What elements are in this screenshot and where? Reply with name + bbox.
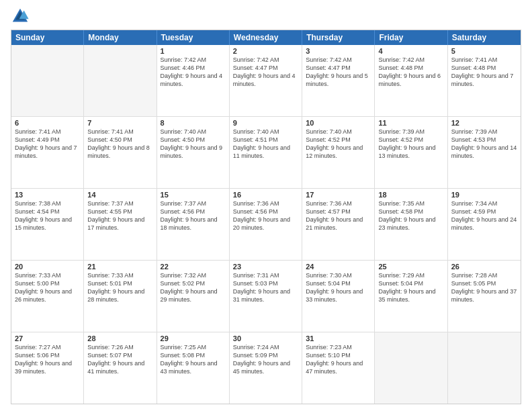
calendar-cell: 3Sunrise: 7:42 AM Sunset: 4:47 PM Daylig… [302,45,375,116]
cell-info: Sunrise: 7:38 AM Sunset: 4:54 PM Dayligh… [15,199,80,232]
calendar-cell: 22Sunrise: 7:32 AM Sunset: 5:02 PM Dayli… [157,261,230,332]
cell-info: Sunrise: 7:37 AM Sunset: 4:56 PM Dayligh… [161,199,226,232]
header [11,7,521,26]
weekday-header: Tuesday [157,30,230,45]
calendar-cell: 13Sunrise: 7:38 AM Sunset: 4:54 PM Dayli… [11,189,84,260]
calendar-row: 1Sunrise: 7:42 AM Sunset: 4:46 PM Daylig… [11,45,521,117]
calendar-row: 27Sunrise: 7:27 AM Sunset: 5:06 PM Dayli… [11,332,521,404]
cell-info: Sunrise: 7:32 AM Sunset: 5:02 PM Dayligh… [161,271,226,304]
calendar-cell: 2Sunrise: 7:42 AM Sunset: 4:47 PM Daylig… [230,45,302,116]
day-number: 3 [306,47,371,55]
calendar-cell: 5Sunrise: 7:41 AM Sunset: 4:48 PM Daylig… [448,45,521,116]
calendar-cell: 8Sunrise: 7:40 AM Sunset: 4:50 PM Daylig… [157,117,230,188]
day-number: 22 [161,263,226,271]
cell-info: Sunrise: 7:39 AM Sunset: 4:52 PM Dayligh… [378,128,443,161]
day-number: 24 [306,263,371,271]
calendar-cell: 12Sunrise: 7:39 AM Sunset: 4:53 PM Dayli… [448,117,521,188]
cell-info: Sunrise: 7:33 AM Sunset: 5:00 PM Dayligh… [15,271,80,304]
calendar-cell: 26Sunrise: 7:28 AM Sunset: 5:05 PM Dayli… [448,261,521,332]
day-number: 30 [233,334,298,342]
cell-info: Sunrise: 7:33 AM Sunset: 5:01 PM Dayligh… [87,271,152,304]
day-number: 8 [161,119,226,127]
day-number: 12 [451,119,517,127]
calendar-row: 20Sunrise: 7:33 AM Sunset: 5:00 PM Dayli… [11,261,521,332]
calendar-cell: 7Sunrise: 7:41 AM Sunset: 4:50 PM Daylig… [84,117,157,188]
calendar-cell: 19Sunrise: 7:34 AM Sunset: 4:59 PM Dayli… [448,189,521,260]
day-number: 13 [15,191,80,199]
day-number: 14 [87,191,152,199]
logo [11,7,32,26]
cell-info: Sunrise: 7:40 AM Sunset: 4:50 PM Dayligh… [161,128,226,161]
calendar-cell: 14Sunrise: 7:37 AM Sunset: 4:55 PM Dayli… [84,189,157,260]
cell-info: Sunrise: 7:42 AM Sunset: 4:46 PM Dayligh… [161,56,226,89]
cell-info: Sunrise: 7:39 AM Sunset: 4:53 PM Dayligh… [451,128,517,161]
weekday-header: Thursday [302,30,375,45]
cell-info: Sunrise: 7:23 AM Sunset: 5:10 PM Dayligh… [306,343,371,376]
calendar-cell: 28Sunrise: 7:26 AM Sunset: 5:07 PM Dayli… [84,332,157,404]
day-number: 5 [451,47,517,55]
calendar-cell: 24Sunrise: 7:30 AM Sunset: 5:04 PM Dayli… [302,261,375,332]
cell-info: Sunrise: 7:31 AM Sunset: 5:03 PM Dayligh… [233,271,298,304]
page: SundayMondayTuesdayWednesdayThursdayFrid… [0,0,532,411]
cell-info: Sunrise: 7:25 AM Sunset: 5:08 PM Dayligh… [161,343,226,376]
calendar-cell: 20Sunrise: 7:33 AM Sunset: 5:00 PM Dayli… [11,261,84,332]
weekday-header: Sunday [11,30,84,45]
weekday-header: Monday [84,30,157,45]
cell-info: Sunrise: 7:41 AM Sunset: 4:49 PM Dayligh… [15,128,80,161]
calendar-cell: 23Sunrise: 7:31 AM Sunset: 5:03 PM Dayli… [230,261,302,332]
day-number: 17 [306,191,371,199]
cell-info: Sunrise: 7:40 AM Sunset: 4:52 PM Dayligh… [306,128,371,161]
day-number: 7 [87,119,152,127]
calendar-cell [84,45,157,116]
cell-info: Sunrise: 7:29 AM Sunset: 5:04 PM Dayligh… [378,271,443,304]
cell-info: Sunrise: 7:41 AM Sunset: 4:50 PM Dayligh… [87,128,152,161]
calendar-row: 13Sunrise: 7:38 AM Sunset: 4:54 PM Dayli… [11,189,521,261]
cell-info: Sunrise: 7:41 AM Sunset: 4:48 PM Dayligh… [451,56,517,89]
day-number: 16 [233,191,298,199]
cell-info: Sunrise: 7:42 AM Sunset: 4:48 PM Dayligh… [378,56,443,89]
cell-info: Sunrise: 7:42 AM Sunset: 4:47 PM Dayligh… [233,56,298,89]
day-number: 25 [378,263,443,271]
calendar-cell: 1Sunrise: 7:42 AM Sunset: 4:46 PM Daylig… [157,45,230,116]
calendar-cell: 30Sunrise: 7:24 AM Sunset: 5:09 PM Dayli… [230,332,302,404]
day-number: 20 [15,263,80,271]
weekday-header: Saturday [448,30,521,45]
day-number: 6 [15,119,80,127]
cell-info: Sunrise: 7:30 AM Sunset: 5:04 PM Dayligh… [306,271,371,304]
calendar-cell: 31Sunrise: 7:23 AM Sunset: 5:10 PM Dayli… [302,332,375,404]
calendar-cell: 10Sunrise: 7:40 AM Sunset: 4:52 PM Dayli… [302,117,375,188]
day-number: 29 [161,334,226,342]
calendar-cell: 6Sunrise: 7:41 AM Sunset: 4:49 PM Daylig… [11,117,84,188]
calendar-cell [375,332,447,404]
logo-icon [11,7,30,26]
day-number: 1 [161,47,226,55]
cell-info: Sunrise: 7:40 AM Sunset: 4:51 PM Dayligh… [233,128,298,161]
calendar-cell: 18Sunrise: 7:35 AM Sunset: 4:58 PM Dayli… [375,189,447,260]
calendar-cell: 29Sunrise: 7:25 AM Sunset: 5:08 PM Dayli… [157,332,230,404]
cell-info: Sunrise: 7:34 AM Sunset: 4:59 PM Dayligh… [451,199,517,232]
calendar-body: 1Sunrise: 7:42 AM Sunset: 4:46 PM Daylig… [11,45,521,404]
calendar-cell: 27Sunrise: 7:27 AM Sunset: 5:06 PM Dayli… [11,332,84,404]
day-number: 31 [306,334,371,342]
calendar-cell: 4Sunrise: 7:42 AM Sunset: 4:48 PM Daylig… [375,45,447,116]
day-number: 9 [233,119,298,127]
calendar: SundayMondayTuesdayWednesdayThursdayFrid… [11,30,521,404]
calendar-cell: 15Sunrise: 7:37 AM Sunset: 4:56 PM Dayli… [157,189,230,260]
day-number: 18 [378,191,443,199]
day-number: 23 [233,263,298,271]
calendar-cell [11,45,84,116]
day-number: 21 [87,263,152,271]
calendar-cell [448,332,521,404]
day-number: 28 [87,334,152,342]
day-number: 19 [451,191,517,199]
calendar-cell: 25Sunrise: 7:29 AM Sunset: 5:04 PM Dayli… [375,261,447,332]
calendar-header: SundayMondayTuesdayWednesdayThursdayFrid… [11,30,521,45]
cell-info: Sunrise: 7:36 AM Sunset: 4:56 PM Dayligh… [233,199,298,232]
day-number: 15 [161,191,226,199]
cell-info: Sunrise: 7:36 AM Sunset: 4:57 PM Dayligh… [306,199,371,232]
cell-info: Sunrise: 7:42 AM Sunset: 4:47 PM Dayligh… [306,56,371,89]
cell-info: Sunrise: 7:24 AM Sunset: 5:09 PM Dayligh… [233,343,298,376]
cell-info: Sunrise: 7:27 AM Sunset: 5:06 PM Dayligh… [15,343,80,376]
calendar-cell: 11Sunrise: 7:39 AM Sunset: 4:52 PM Dayli… [375,117,447,188]
calendar-row: 6Sunrise: 7:41 AM Sunset: 4:49 PM Daylig… [11,117,521,189]
